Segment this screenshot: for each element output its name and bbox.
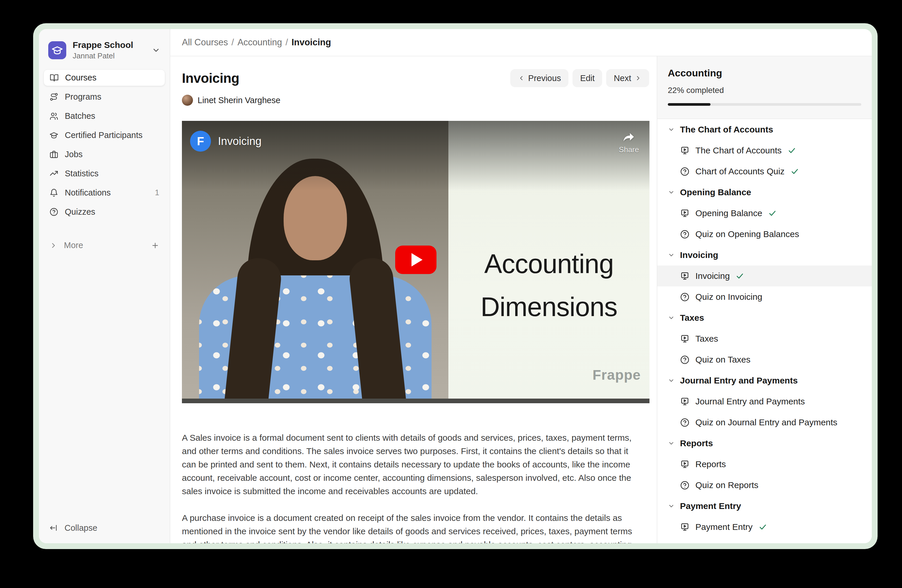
- chapter-reports[interactable]: Reports: [657, 433, 872, 454]
- lesson-title: Invoicing: [695, 271, 730, 281]
- video-progress-bar[interactable]: [182, 399, 650, 403]
- collapse-sidebar-button[interactable]: Collapse: [44, 521, 165, 535]
- sidebar-item-label: Courses: [65, 73, 159, 83]
- lesson-invoicing[interactable]: Invoicing: [657, 266, 872, 286]
- collapse-icon: [49, 524, 58, 532]
- lesson-title: The Chart of Accounts: [695, 145, 782, 155]
- edit-button[interactable]: Edit: [573, 69, 602, 87]
- school-switcher[interactable]: Frappe School Jannat Patel: [44, 37, 165, 69]
- lesson-title: Reports: [695, 459, 726, 469]
- chevron-down-icon: [668, 126, 675, 133]
- chapter-title: Invoicing: [680, 250, 718, 260]
- sidebar-item-programs[interactable]: Programs: [44, 89, 165, 105]
- breadcrumb-course[interactable]: Accounting: [237, 37, 282, 48]
- chapter-taxes[interactable]: Taxes: [657, 307, 872, 328]
- breadcrumb-all-courses[interactable]: All Courses: [182, 37, 228, 48]
- next-button[interactable]: Next: [606, 69, 649, 87]
- edit-label: Edit: [580, 74, 595, 83]
- lesson-taxes[interactable]: Taxes: [657, 328, 872, 349]
- lesson-title: Quiz on Taxes: [695, 355, 751, 364]
- progress-bar: [668, 103, 861, 106]
- top-bar: All Courses / Accounting / Invoicing: [170, 29, 872, 56]
- window-frame: Frappe School Jannat Patel CoursesProgra…: [33, 23, 878, 549]
- lesson-title: Chart of Accounts Quiz: [695, 166, 785, 176]
- sidebar-item-quizzes[interactable]: Quizzes: [44, 204, 165, 220]
- chevron-right-icon: [49, 241, 58, 250]
- help-circle-icon: [680, 355, 690, 364]
- lesson-quiz-on-taxes[interactable]: Quiz on Taxes: [657, 349, 872, 370]
- chapter-journal-entry-and-payments[interactable]: Journal Entry and Payments: [657, 370, 872, 391]
- monitor-play-icon: [680, 522, 690, 532]
- monitor-play-icon: [680, 271, 690, 281]
- school-titles: Frappe School Jannat Patel: [73, 39, 145, 61]
- notification-count-badge: 1: [155, 188, 159, 197]
- chapter-title: The Chart of Accounts: [680, 125, 773, 134]
- channel-avatar[interactable]: F: [190, 131, 211, 152]
- sidebar-item-label: Batches: [65, 111, 159, 121]
- check-icon: [788, 146, 796, 155]
- course-outline: The Chart of AccountsThe Chart of Accoun…: [657, 119, 872, 543]
- chapter-title: Taxes: [680, 313, 704, 323]
- route-icon: [49, 92, 58, 102]
- lesson-quiz-on-invoicing[interactable]: Quiz on Invoicing: [657, 286, 872, 307]
- lesson-reports[interactable]: Reports: [657, 454, 872, 475]
- lesson-title: Quiz on Journal Entry and Payments: [695, 418, 838, 427]
- chevron-down-icon: [668, 503, 675, 510]
- sidebar-item-statistics[interactable]: Statistics: [44, 165, 165, 182]
- lesson-opening-balance[interactable]: Opening Balance: [657, 203, 872, 224]
- lesson-content: Invoicing Previous Edit Next: [170, 56, 657, 543]
- collapse-label: Collapse: [64, 523, 97, 533]
- chapter-invoicing[interactable]: Invoicing: [657, 245, 872, 266]
- sidebar-item-courses[interactable]: Courses: [44, 69, 165, 86]
- chevron-down-icon: [668, 440, 675, 447]
- chapter-title: Opening Balance: [680, 188, 751, 197]
- sidebar-item-label: Statistics: [65, 169, 159, 178]
- chevron-down-icon: [668, 314, 675, 321]
- video-title[interactable]: Invoicing: [218, 135, 262, 148]
- chapter-title: Reports: [680, 438, 713, 448]
- lesson-the-chart-of-accounts[interactable]: The Chart of Accounts: [657, 140, 872, 161]
- video-player[interactable]: Accounting Dimensions Frappe F Invoicing…: [182, 121, 650, 403]
- play-button[interactable]: [395, 246, 437, 274]
- sidebar-more[interactable]: More: [44, 237, 165, 253]
- monitor-play-icon: [680, 334, 690, 344]
- slide-title: Accounting Dimensions: [448, 242, 650, 328]
- chapter-title: Payment Entry: [680, 501, 741, 511]
- lesson-quiz-on-reports[interactable]: Quiz on Reports: [657, 475, 872, 496]
- video-slide-panel: Accounting Dimensions Frappe: [448, 121, 650, 403]
- chevron-down-icon[interactable]: [152, 46, 160, 55]
- paragraph: A purchase invoice is a document created…: [182, 511, 637, 543]
- sidebar-item-label: Programs: [65, 92, 159, 102]
- breadcrumb-current: Invoicing: [291, 37, 331, 48]
- share-button[interactable]: Share: [619, 131, 639, 154]
- chapter-title: Journal Entry and Payments: [680, 375, 798, 386]
- sidebar-item-label: Quizzes: [65, 207, 159, 217]
- page-title: Invoicing: [182, 70, 239, 86]
- chapter-opening-balance[interactable]: Opening Balance: [657, 182, 872, 203]
- left-sidebar: Frappe School Jannat Patel CoursesProgra…: [39, 29, 170, 543]
- breadcrumb-separator: /: [286, 37, 288, 48]
- sidebar-item-notifications[interactable]: Notifications1: [44, 185, 165, 201]
- lesson-payment-entry[interactable]: Payment Entry: [657, 516, 872, 538]
- sidebar-item-batches[interactable]: Batches: [44, 108, 165, 124]
- help-circle-icon: [680, 230, 690, 239]
- monitor-play-icon: [680, 460, 690, 469]
- chevron-right-icon: [635, 75, 642, 81]
- help-circle-icon: [680, 167, 690, 176]
- app-window: Frappe School Jannat Patel CoursesProgra…: [39, 29, 872, 543]
- sidebar-item-certified-participants[interactable]: Certified Participants: [44, 127, 165, 144]
- plus-icon[interactable]: [151, 241, 159, 250]
- chapter-payment-entry[interactable]: Payment Entry: [657, 496, 872, 516]
- lesson-quiz-on-journal-entry-and-payments[interactable]: Quiz on Journal Entry and Payments: [657, 412, 872, 433]
- lesson-chart-of-accounts-quiz[interactable]: Chart of Accounts Quiz: [657, 161, 872, 182]
- lesson-quiz-on-opening-balances[interactable]: Quiz on Opening Balances: [657, 224, 872, 245]
- breadcrumb-separator: /: [232, 37, 234, 48]
- chapter-the-chart-of-accounts[interactable]: The Chart of Accounts: [657, 119, 872, 140]
- check-icon: [736, 272, 744, 280]
- previous-button[interactable]: Previous: [510, 69, 569, 87]
- bell-icon: [49, 188, 58, 197]
- graduation-cap-icon: [49, 131, 58, 140]
- sidebar-item-jobs[interactable]: Jobs: [44, 146, 165, 163]
- lesson-journal-entry-and-payments[interactable]: Journal Entry and Payments: [657, 391, 872, 412]
- progress-bar-fill: [668, 103, 711, 106]
